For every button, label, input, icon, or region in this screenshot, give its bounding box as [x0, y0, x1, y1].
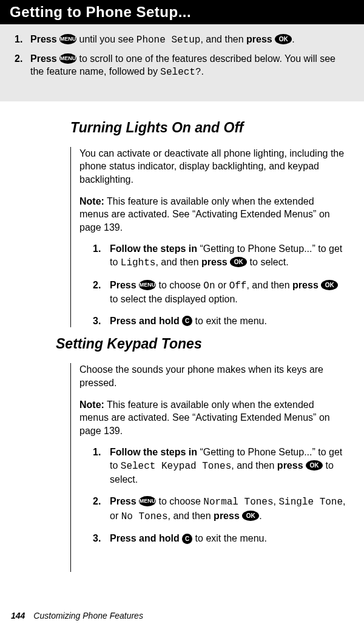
- text: until you see: [76, 34, 136, 44]
- press-label: Press: [110, 280, 139, 290]
- text: , and then: [200, 34, 246, 44]
- step-number: 1.: [93, 446, 110, 486]
- ok-icon: OK: [230, 257, 247, 267]
- lcd-text: Single Tone: [278, 497, 343, 508]
- text: to exit the menu.: [192, 533, 267, 543]
- press-label: Press: [30, 34, 59, 44]
- grey-step-1: 1. Press MENU until you see Phone Setup,…: [15, 33, 349, 47]
- step-text: Press MENU to scroll to one of the featu…: [30, 52, 349, 80]
- text: to select.: [247, 257, 288, 267]
- step-text: Press and hold C to exit the menu.: [110, 532, 346, 545]
- press-label: Press: [30, 53, 59, 64]
- lcd-text: Normal Tones: [203, 497, 273, 508]
- c-icon: C: [182, 534, 192, 544]
- menu-icon: MENU: [59, 34, 76, 44]
- text: , and then: [167, 511, 214, 521]
- lcd-text: On: [203, 280, 215, 291]
- menu-icon: MENU: [139, 496, 156, 506]
- step-1: 1. Follow the steps in “Getting to Phone…: [93, 242, 346, 270]
- step-number: 1.: [15, 33, 30, 47]
- main-content: Turning Lights On and Off You can activa…: [0, 101, 364, 572]
- step-number: 2.: [93, 279, 110, 306]
- note-text: This feature is available only when the …: [79, 196, 330, 233]
- text: to exit the menu.: [192, 316, 267, 326]
- section-body-lights: You can activate or deactivate all phone…: [70, 147, 346, 328]
- step-number: 2.: [15, 52, 30, 80]
- section-title-lights: Turning Lights On and Off: [70, 120, 346, 136]
- section-body-keypad-tones: Choose the sounds your phone makes when …: [70, 363, 346, 572]
- menu-icon: MENU: [59, 53, 76, 64]
- page-footer: 144Customizing Phone Features: [11, 611, 143, 620]
- text: to choose: [156, 280, 203, 290]
- ok-icon: OK: [321, 280, 338, 290]
- heading-bar: Getting to Phone Setup...: [0, 0, 364, 24]
- text: .: [259, 511, 261, 521]
- ok-icon: OK: [242, 511, 259, 521]
- c-icon: C: [182, 316, 192, 326]
- note-text: This feature is available only when the …: [79, 399, 330, 436]
- text: or: [215, 280, 229, 290]
- lcd-text: No Tones: [121, 511, 168, 522]
- note-label: Note:: [79, 399, 104, 410]
- step-text: Press MENU until you see Phone Setup, an…: [30, 33, 349, 47]
- text: to choose: [156, 496, 203, 506]
- step-number: 3.: [93, 532, 110, 545]
- bold-text: Press and hold: [110, 533, 182, 543]
- page-number: 144: [11, 611, 25, 620]
- step-text: Press MENU to choose On or Off, and then…: [110, 279, 346, 306]
- lcd-text: Select?: [160, 67, 201, 78]
- menu-icon: MENU: [139, 280, 156, 290]
- step-3: 3. Press and hold C to exit the menu.: [93, 314, 346, 328]
- bold-text: Follow the steps in: [110, 243, 200, 254]
- step-2: 2. Press MENU to choose Normal Tones, Si…: [93, 495, 346, 523]
- grey-instructions-box: 1. Press MENU until you see Phone Setup,…: [0, 24, 364, 101]
- text: to select the displayed option.: [110, 294, 238, 304]
- text: , and then: [231, 460, 277, 471]
- step-text: Follow the steps in “Getting to Phone Se…: [110, 242, 346, 270]
- lcd-text: Off: [229, 280, 247, 291]
- press-label: press: [246, 34, 275, 44]
- lcd-text: Select Keypad Tones: [121, 461, 231, 472]
- text: .: [292, 34, 294, 44]
- press-label: press: [277, 460, 306, 471]
- step-text: Press MENU to choose Normal Tones, Singl…: [110, 495, 346, 523]
- step-number: 3.: [93, 314, 110, 328]
- step-text: Follow the steps in “Getting to Phone Se…: [110, 446, 346, 486]
- text: , and then: [246, 280, 292, 290]
- step-number: 1.: [93, 242, 110, 270]
- bold-text: Press and hold: [110, 316, 182, 326]
- intro-paragraph: Choose the sounds your phone makes when …: [79, 363, 346, 389]
- press-label: press: [201, 257, 230, 267]
- ok-icon: OK: [275, 34, 292, 44]
- lcd-text: Phone Setup: [136, 35, 201, 46]
- step-text: Press and hold C to exit the menu.: [110, 314, 346, 328]
- lcd-text: Lights: [121, 257, 156, 268]
- note-label: Note:: [79, 196, 104, 206]
- section-title-keypad-tones: Setting Keypad Tones: [56, 336, 346, 352]
- text: .: [201, 66, 204, 76]
- step-2: 2. Press MENU to choose On or Off, and t…: [93, 279, 346, 306]
- footer-title: Customizing Phone Features: [33, 611, 143, 620]
- press-label: press: [214, 511, 242, 521]
- press-label: Press: [110, 496, 139, 506]
- ok-icon: OK: [306, 460, 323, 471]
- intro-paragraph: You can activate or deactivate all phone…: [79, 147, 346, 186]
- bold-text: Follow the steps in: [110, 447, 200, 457]
- step-3: 3. Press and hold C to exit the menu.: [93, 532, 346, 545]
- note-paragraph: Note: This feature is available only whe…: [79, 398, 346, 438]
- step-number: 2.: [93, 495, 110, 523]
- press-label: press: [292, 280, 321, 290]
- grey-step-2: 2. Press MENU to scroll to one of the fe…: [15, 52, 349, 80]
- text: , and then: [155, 257, 201, 267]
- note-paragraph: Note: This feature is available only whe…: [79, 195, 346, 234]
- step-1: 1. Follow the steps in “Getting to Phone…: [93, 446, 346, 486]
